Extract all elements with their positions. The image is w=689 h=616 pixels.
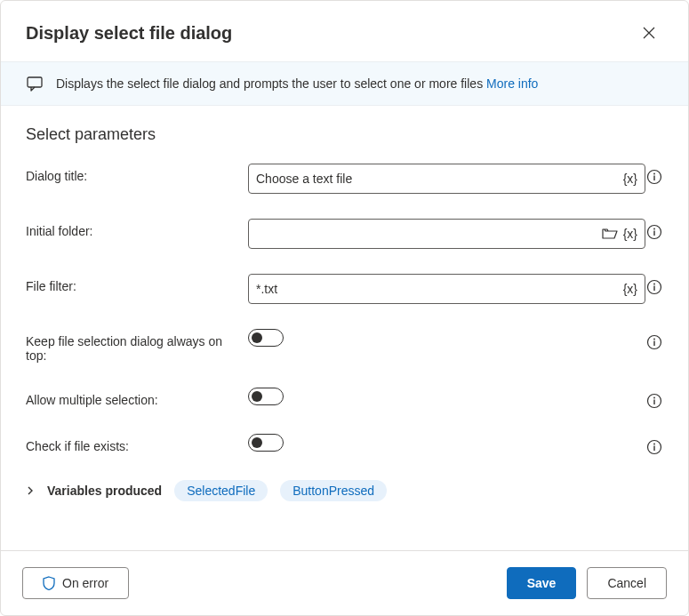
svg-point-8 <box>653 284 655 285</box>
check-exists-toggle[interactable] <box>248 434 284 452</box>
browse-folder-button[interactable] <box>602 227 618 241</box>
dialog-footer: On error Save Cancel <box>1 550 688 615</box>
info-icon[interactable] <box>646 169 662 185</box>
param-file-filter: File filter: {x} <box>26 274 663 304</box>
save-button[interactable]: Save <box>507 567 577 599</box>
shield-icon <box>43 576 55 590</box>
variable-chip[interactable]: ButtonPressed <box>280 480 387 501</box>
variable-token-button[interactable]: {x} <box>623 227 637 241</box>
svg-rect-15 <box>653 400 654 405</box>
variables-produced-label: Variables produced <box>47 484 162 498</box>
svg-rect-3 <box>653 176 654 181</box>
cancel-label: Cancel <box>607 576 646 590</box>
dialog-container: Display select file dialog Displays the … <box>0 0 689 616</box>
initial-folder-input-wrap[interactable]: {x} <box>248 219 645 249</box>
dialog-title: Display select file dialog <box>26 23 232 44</box>
svg-point-2 <box>653 173 655 175</box>
info-icon[interactable] <box>646 334 662 350</box>
param-check-exists: Check if file exists: <box>26 434 663 455</box>
svg-point-14 <box>653 397 655 399</box>
param-dialog-title: Dialog title: {x} <box>26 164 663 194</box>
file-filter-input-wrap[interactable]: {x} <box>248 274 645 304</box>
allow-multiple-toggle[interactable] <box>248 388 284 405</box>
close-button[interactable] <box>635 19 663 47</box>
always-on-top-toggle[interactable] <box>248 329 284 347</box>
on-error-label: On error <box>62 576 108 590</box>
allow-multiple-label: Allow multiple selection: <box>26 388 248 407</box>
section-title: Select parameters <box>26 125 663 144</box>
dialog-title-input[interactable] <box>256 172 623 186</box>
initial-folder-input[interactable] <box>256 227 602 241</box>
svg-rect-9 <box>653 286 654 292</box>
info-icon[interactable] <box>646 224 662 240</box>
file-filter-input[interactable] <box>256 282 623 296</box>
variable-chip[interactable]: SelectedFile <box>174 480 268 501</box>
file-filter-label: File filter: <box>26 274 248 293</box>
param-initial-folder: Initial folder: {x} <box>26 219 663 249</box>
svg-point-11 <box>653 339 655 340</box>
param-always-on-top: Keep file selection dialog always on top… <box>26 329 663 363</box>
info-icon[interactable] <box>646 279 662 295</box>
param-allow-multiple: Allow multiple selection: <box>26 388 663 409</box>
comment-icon <box>26 75 44 92</box>
always-on-top-label: Keep file selection dialog always on top… <box>26 329 248 363</box>
banner-text: Displays the select file dialog and prom… <box>56 76 538 91</box>
info-icon[interactable] <box>646 393 662 409</box>
dialog-title-label: Dialog title: <box>26 164 248 183</box>
dialog-header: Display select file dialog <box>1 1 688 61</box>
folder-icon <box>602 227 618 241</box>
dialog-title-input-wrap[interactable]: {x} <box>248 164 645 194</box>
svg-rect-0 <box>28 77 42 87</box>
dialog-content: Select parameters Dialog title: {x} Init… <box>1 106 688 550</box>
svg-point-5 <box>653 228 655 230</box>
svg-rect-6 <box>653 231 654 236</box>
cancel-button[interactable]: Cancel <box>587 567 667 599</box>
variable-token-button[interactable]: {x} <box>623 282 637 296</box>
variable-token-button[interactable]: {x} <box>623 172 637 186</box>
chevron-right-icon <box>26 486 35 495</box>
info-banner: Displays the select file dialog and prom… <box>1 61 688 106</box>
info-icon[interactable] <box>646 439 662 455</box>
svg-rect-18 <box>653 446 654 452</box>
variables-produced-row: Variables produced SelectedFile ButtonPr… <box>26 480 663 501</box>
save-label: Save <box>527 576 557 590</box>
initial-folder-label: Initial folder: <box>26 219 248 238</box>
variables-expand-toggle[interactable] <box>26 486 35 495</box>
check-exists-label: Check if file exists: <box>26 434 248 453</box>
close-icon <box>643 27 655 39</box>
on-error-button[interactable]: On error <box>22 567 129 599</box>
svg-point-17 <box>653 444 655 445</box>
more-info-link[interactable]: More info <box>486 76 538 91</box>
svg-rect-12 <box>653 341 654 347</box>
